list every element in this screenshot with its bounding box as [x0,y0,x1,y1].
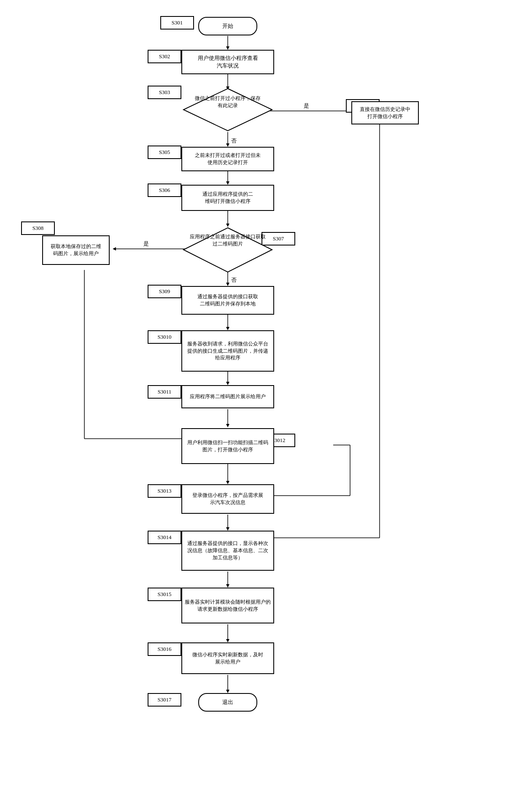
label-s308: S308 [21,221,55,235]
svg-marker-27 [226,327,229,330]
svg-marker-31 [226,424,229,427]
svg-text:是: 是 [143,240,149,247]
node-start: 开始 [198,17,257,35]
label-s3016: S3016 [148,642,181,656]
svg-marker-29 [226,382,229,385]
node-step4: 通过应用程序提供的二 维码打开微信小程序 [181,185,274,211]
label-s303: S303 [148,86,181,99]
svg-marker-33 [226,481,229,484]
svg-text:否: 否 [231,138,237,144]
label-s301: S301 [160,16,194,30]
node-step1: 用户使用微信小程序查看 汽车状况 [181,50,274,74]
node-step5-yes: 获取本地保存过的二维 码图片，展示给用户 [42,235,110,265]
node-step9: 用户利用微信扫一扫功能扫描二维码 图片，打开微信小程序 [181,428,274,464]
node-step13: 微信小程序实时刷新数据，及时 展示给用户 [181,642,274,674]
node-step12: 服务器实时计算模块会随时根据用户的 请求更新数据给微信小程序 [181,588,274,623]
diamond-s303: 微信之前打开过小程序，保存有此记录 [181,86,274,133]
node-step10: 登录微信小程序，按产品需求展 示汽车次况信息 [181,484,274,514]
svg-marker-39 [226,639,229,642]
svg-text:否: 否 [231,277,237,283]
node-step2-yes: 直接在微信历史记录中 打开微信小程序 [351,101,419,124]
node-step6: 通过服务器提供的接口获取 二维码图片并保存到本地 [181,286,274,315]
node-step3: 之前未打开过或者打开过但未 使用历史记录打开 [181,147,274,171]
label-s309: S309 [148,285,181,298]
svg-marker-35 [226,527,229,531]
node-step7: 服务器收到请求，利用微信公众平台 提供的接口生成二维码图片，并传递 给应用程序 [181,330,274,372]
label-s305: S305 [148,146,181,159]
node-step8: 应用程序将二维码图片展示给用户 [181,385,274,408]
label-s3013: S3013 [148,484,181,498]
svg-marker-1 [226,46,229,50]
svg-marker-41 [226,690,229,693]
svg-marker-8 [226,143,229,147]
label-s3015: S3015 [148,588,181,601]
label-s3010: S3010 [148,330,181,344]
label-s302: S302 [148,50,181,63]
node-step11: 通过服务器提供的接口，显示各种次 况信息（故障信息、基本信息、二次 加工信息等） [181,531,274,571]
svg-marker-14 [226,181,229,185]
label-s306: S306 [148,183,181,197]
label-s3014: S3014 [148,531,181,544]
label-s3017: S3017 [148,693,181,707]
node-end: 退出 [198,693,257,712]
svg-marker-37 [226,584,229,588]
diamond-s307: 应用程序之前通过服务器接口获取过二维码图片 [181,226,274,274]
diagram-container: 是 否 是 否 [0,0,523,812]
svg-marker-21 [226,283,229,286]
label-s3011: S3011 [148,385,181,399]
svg-marker-18 [113,247,116,251]
svg-text:是: 是 [304,103,309,109]
